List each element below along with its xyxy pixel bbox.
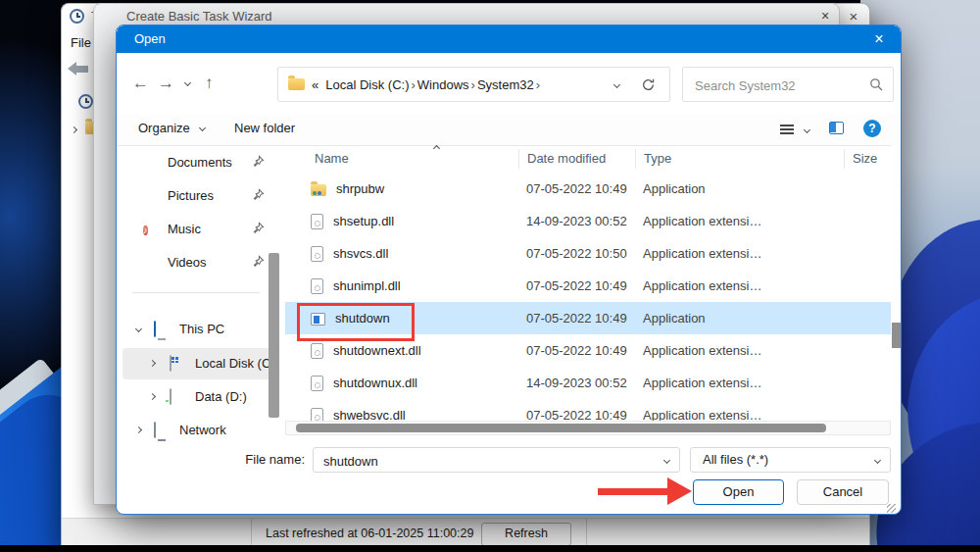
last-refreshed-text: Last refreshed at 06-01-2025 11:00:29 bbox=[266, 519, 473, 548]
back-icon[interactable]: ← bbox=[132, 74, 149, 93]
column-header-size[interactable]: Size bbox=[844, 149, 891, 169]
file-row-shsetup-dll[interactable]: shsetup.dll14-09-2023 00:52Application e… bbox=[285, 205, 891, 237]
sidebar-item-label: Videos bbox=[168, 255, 207, 270]
horizontal-scrollbar-thumb[interactable] bbox=[296, 424, 826, 432]
sidebar-item-pictures[interactable]: Pictures bbox=[124, 181, 273, 211]
pin-icon bbox=[252, 222, 266, 235]
column-header-name[interactable]: Name bbox=[285, 149, 518, 169]
task-scheduler-tree-icon bbox=[78, 94, 93, 109]
refresh-icon[interactable] bbox=[641, 77, 656, 92]
desktop: Tas × File A Task Last refreshed at 06-0… bbox=[0, 0, 980, 552]
cancel-button[interactable]: Cancel bbox=[797, 479, 889, 505]
file-row-shsvcs-dll[interactable]: shsvcs.dll07-05-2022 10:50Application ex… bbox=[285, 237, 891, 270]
chevron-right-icon[interactable] bbox=[71, 126, 77, 133]
refresh-button[interactable]: Refresh bbox=[481, 523, 571, 546]
breadcrumb-item[interactable]: Windows bbox=[417, 77, 469, 92]
sidebar-item-documents[interactable]: Documents bbox=[124, 148, 273, 177]
sidebar-item-label: Data (D:) bbox=[195, 389, 247, 404]
address-bar-controls bbox=[614, 77, 656, 92]
column-header-date-modified[interactable]: Date modified bbox=[518, 149, 635, 169]
open-button[interactable]: Open bbox=[693, 479, 784, 505]
desktop-edge bbox=[0, 545, 980, 552]
sidebar-item-label: Pictures bbox=[168, 188, 214, 203]
back-arrow-icon[interactable] bbox=[68, 62, 91, 75]
organize-button[interactable]: Organize bbox=[138, 121, 205, 135]
help-icon[interactable]: ? bbox=[863, 120, 881, 137]
file-name-cell: shsetup.dll bbox=[285, 214, 518, 229]
vertical-scrollbar-thumb[interactable] bbox=[892, 323, 902, 348]
panel-divider bbox=[251, 519, 252, 548]
chevron-down-icon bbox=[874, 457, 881, 464]
address-dropdown-chevron-icon[interactable] bbox=[613, 81, 620, 88]
chevron-right-icon[interactable] bbox=[135, 427, 142, 433]
chevron-right-icon[interactable] bbox=[149, 393, 156, 400]
file-name: shsetup.dll bbox=[333, 214, 394, 228]
vertical-scrollbar[interactable] bbox=[891, 145, 902, 435]
annotation-arrow-head bbox=[667, 477, 692, 505]
close-icon[interactable]: × bbox=[841, 7, 866, 26]
sidebar-scrollbar[interactable] bbox=[269, 253, 279, 418]
sidebar-item-this-pc[interactable]: This PC bbox=[122, 314, 271, 345]
sidebar-item-local-disk-c[interactable]: Local Disk (C:) bbox=[122, 348, 271, 379]
breadcrumb-item[interactable]: System32 bbox=[477, 77, 534, 92]
search-box[interactable] bbox=[682, 67, 894, 102]
pin-icon bbox=[252, 155, 266, 169]
chevron-down-icon[interactable] bbox=[135, 326, 142, 332]
close-icon[interactable]: × bbox=[812, 7, 838, 25]
address-bar[interactable]: « Local Disk (C:)›Windows›System32› bbox=[277, 67, 670, 102]
file-row-shunimpl-dll[interactable]: shunimpl.dll07-05-2022 10:49Application … bbox=[285, 270, 891, 302]
sidebar-item-data-d[interactable]: Data (D:) bbox=[122, 381, 271, 413]
forward-icon[interactable]: → bbox=[158, 74, 174, 93]
chevron-right-icon[interactable] bbox=[149, 360, 156, 367]
menu-file[interactable]: File bbox=[71, 35, 91, 50]
search-icon bbox=[869, 77, 883, 91]
file-name-cell: shutdownext.dll bbox=[285, 343, 518, 359]
chevron-down-icon[interactable] bbox=[663, 457, 670, 464]
file-date-modified: 14-09-2023 00:52 bbox=[518, 376, 635, 390]
search-input[interactable] bbox=[693, 74, 854, 97]
file-type-dropdown[interactable]: All files (*.*) bbox=[690, 447, 891, 473]
sidebar-item-label: Documents bbox=[168, 155, 232, 170]
sidebar-item-label: Local Disk (C:) bbox=[195, 356, 278, 371]
breadcrumb-item[interactable]: Local Disk (C:) bbox=[325, 77, 409, 92]
sidebar-item-network[interactable]: Network bbox=[122, 415, 271, 446]
breadcrumb-separator-icon: › bbox=[469, 77, 477, 92]
up-icon[interactable]: ↑ bbox=[205, 74, 214, 93]
file-name-combobox[interactable] bbox=[313, 447, 680, 473]
file-row-shrpubw[interactable]: shrpubw07-05-2022 10:49Application bbox=[285, 173, 891, 205]
sidebar-item-label: Music bbox=[168, 222, 201, 236]
dll-file-icon bbox=[311, 343, 323, 359]
close-icon[interactable]: × bbox=[863, 28, 895, 50]
task-scheduler-icon bbox=[70, 9, 84, 24]
horizontal-scrollbar[interactable] bbox=[285, 421, 891, 435]
dialog-toolbar: Organize New folder ? bbox=[117, 114, 901, 146]
file-name-cell: shutdownux.dll bbox=[285, 376, 518, 391]
view-list-icon[interactable] bbox=[780, 125, 794, 134]
wizard-title: Create Basic Task Wizard bbox=[126, 9, 272, 24]
file-row-shutdownux-dll[interactable]: shutdownux.dll14-09-2023 00:52Applicatio… bbox=[285, 367, 891, 399]
chevron-down-icon bbox=[199, 125, 206, 131]
file-name-input[interactable] bbox=[321, 450, 649, 472]
file-type: Application extensi… bbox=[635, 376, 844, 390]
column-header-type[interactable]: Type bbox=[635, 149, 844, 169]
preview-pane-icon[interactable] bbox=[829, 122, 844, 134]
breadcrumb-overflow[interactable]: « bbox=[312, 77, 318, 92]
sidebar-item-videos[interactable]: Videos bbox=[124, 248, 273, 277]
file-type: Application bbox=[635, 311, 844, 326]
file-name-cell: shrpubw bbox=[285, 181, 518, 196]
file-type: Application extensi… bbox=[635, 214, 844, 228]
new-folder-button[interactable]: New folder bbox=[234, 121, 295, 135]
sidebar-item-label: This PC bbox=[179, 322, 224, 336]
navigation-pane: DocumentsPicturesMusicVideos This PCLoca… bbox=[117, 145, 281, 451]
view-chevron-icon[interactable] bbox=[804, 126, 810, 133]
pin-icon bbox=[252, 188, 266, 202]
sidebar-item-music[interactable]: Music bbox=[124, 215, 273, 244]
file-type: Application extensi… bbox=[635, 343, 844, 358]
file-list: NameDate modifiedTypeSize shrpubw07-05-2… bbox=[285, 145, 891, 435]
dialog-title: Open bbox=[134, 31, 166, 46]
recent-locations-chevron-icon[interactable] bbox=[184, 79, 191, 86]
resize-grip[interactable] bbox=[887, 504, 896, 513]
local-disk-icon bbox=[170, 356, 185, 372]
dll-file-icon bbox=[311, 376, 323, 391]
file-name: shrpubw bbox=[336, 181, 384, 196]
